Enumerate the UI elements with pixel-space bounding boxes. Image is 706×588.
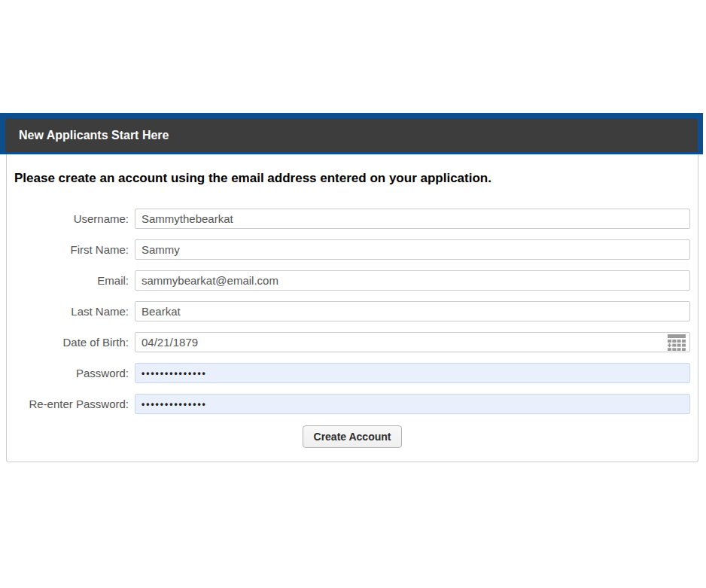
last-name-label: Last Name: (7, 301, 129, 321)
form-row-first-name: First Name: (7, 239, 698, 260)
page: New Applicants Start Here Please create … (0, 0, 706, 588)
form-row-last-name: Last Name: (7, 301, 698, 321)
submit-row: Create Account (7, 425, 698, 448)
calendar-grid-icon (668, 334, 686, 351)
section-titlebar: New Applicants Start Here (5, 118, 698, 152)
password-input[interactable] (135, 363, 690, 383)
form-row-password: Password: (7, 363, 698, 383)
intro-text: Please create an account using the email… (14, 171, 491, 186)
date-of-birth-label: Date of Birth: (7, 332, 129, 352)
header-banner: New Applicants Start Here (0, 113, 703, 154)
reenter-password-input[interactable] (135, 394, 690, 414)
reenter-password-label: Re-enter Password: (7, 394, 129, 414)
username-label: Username: (7, 209, 129, 229)
first-name-label: First Name: (7, 239, 129, 260)
create-account-form: Username: First Name: Email: Last Name: … (7, 209, 698, 448)
section-title: New Applicants Start Here (19, 129, 169, 142)
calendar-picker-button[interactable] (667, 334, 686, 351)
password-label: Password: (7, 363, 129, 383)
create-account-button[interactable]: Create Account (303, 425, 403, 448)
first-name-input[interactable] (135, 239, 690, 260)
email-label: Email: (7, 270, 129, 291)
form-row-reenter-password: Re-enter Password: (7, 394, 698, 414)
form-row-email: Email: (7, 270, 698, 291)
date-of-birth-field (135, 332, 690, 352)
username-input[interactable] (135, 209, 690, 229)
date-of-birth-input[interactable] (135, 332, 690, 352)
form-row-date-of-birth: Date of Birth: (7, 332, 698, 352)
create-account-panel: Please create an account using the email… (6, 154, 698, 462)
form-row-username: Username: (7, 209, 698, 229)
email-input[interactable] (135, 270, 690, 291)
last-name-input[interactable] (135, 301, 690, 321)
